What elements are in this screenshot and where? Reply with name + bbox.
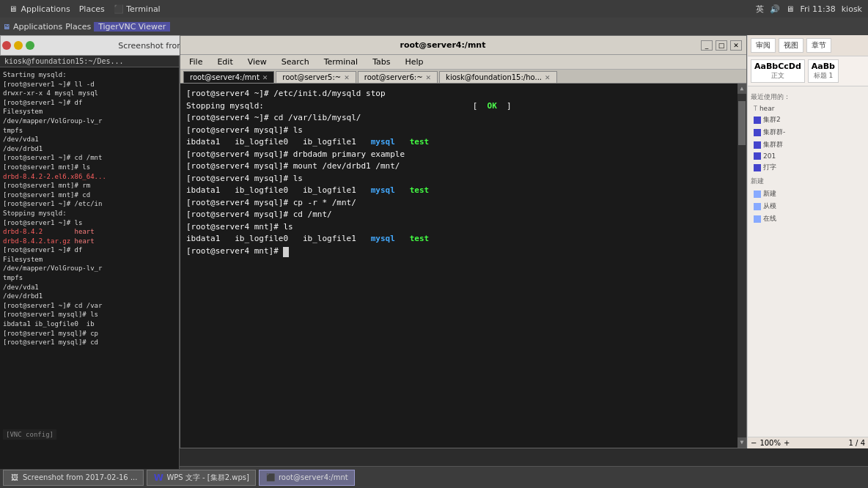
style-normal[interactable]: AaBbCcDd 正文 [751, 59, 805, 83]
scrollbar-down-btn[interactable]: ▼ [738, 437, 746, 448]
wps-item-type[interactable]: 打字 [751, 161, 865, 174]
apps-small-icon: 🖥 [3, 23, 10, 31]
lp-line-14: [root@server1 mnt]# cd [3, 191, 176, 200]
tab-server5-close[interactable]: ✕ [344, 74, 350, 81]
wps-item-cluster2[interactable]: 集群2 [751, 114, 865, 126]
left-panel-header: kiosk@foundation15:~/Des... [0, 56, 179, 67]
zoom-out-btn[interactable]: − [751, 439, 757, 447]
user-label: kiosk [842, 4, 862, 14]
wps-item-cluster[interactable]: 集群群 [751, 138, 865, 151]
terminal-scrollbar[interactable]: ▲ ▼ [738, 84, 746, 448]
taskbar-screenshot[interactable]: 🖼 Screenshot from 2017-02-16 ... [3, 470, 144, 486]
vnc-config-label: [VNC config] [3, 429, 56, 440]
tab-server4[interactable]: root@server4:/mnt ✕ [183, 71, 274, 83]
style-h1-sublabel: 标题 1 [812, 71, 835, 81]
terminal-body[interactable]: [root@server4 ~]# /etc/init.d/mysqld sto… [180, 84, 746, 448]
scrollbar-track[interactable] [738, 94, 746, 437]
left-panel: kiosk@foundation15:~/Des... Starting mys… [0, 56, 180, 469]
tab-kiosk[interactable]: kiosk@foundation15:/ho... ✕ [439, 71, 556, 83]
menu-file[interactable]: File [186, 56, 205, 67]
tab-kiosk-close[interactable]: ✕ [545, 74, 551, 81]
from-template-icon [754, 203, 761, 210]
wps-section-btn[interactable]: 章节 [806, 38, 831, 53]
term-line-2: Stopping mysqld: [ OK ] [186, 100, 740, 113]
lp-line-23: tmpfs [3, 273, 176, 283]
apps-small-label[interactable]: Applications [13, 22, 62, 32]
system-bar-left: 🖥 Applications Places ⬛ Terminal [6, 4, 163, 14]
term-line-8: [root@server4 mysql]# ls [186, 173, 740, 185]
style-heading1[interactable]: AaBb 标题 1 [808, 59, 839, 83]
term-line-6: [root@server4 mysql]# drbdadm primary ex… [186, 149, 740, 161]
term-line-5: ibdata1 ib_logfile0 ib_logfile1 mysql te… [186, 136, 740, 149]
terminal-tabs: root@server4:/mnt ✕ root@server5:~ ✕ roo… [180, 70, 746, 84]
language-indicator[interactable]: 英 [756, 4, 764, 15]
places-small-label[interactable]: Places [65, 22, 91, 32]
wps-toolbar: 审阅 视图 章节 [748, 35, 868, 56]
terminal-restore-btn[interactable]: □ [716, 40, 727, 51]
tab-server5[interactable]: root@server5:~ ✕ [276, 71, 356, 83]
style-normal-label: AaBbCcDd [754, 62, 801, 71]
lp-line-15: [root@server1 ~]# /etc/in [3, 199, 176, 209]
lp-line-9: /dev/drbd1 [3, 144, 176, 154]
tab-server4-label: root@server4:/mnt [190, 73, 260, 81]
taskbar-terminal[interactable]: ⬛ root@server4:/mnt [259, 470, 355, 486]
menu-terminal[interactable]: Terminal [321, 56, 361, 67]
term-line-9: ibdata1 ib_logfile0 ib_logfile1 mysql te… [186, 185, 740, 197]
menu-search[interactable]: Search [279, 56, 312, 67]
terminal-close-btn[interactable]: ✕ [730, 40, 742, 51]
lp-line-21: Filesystem [3, 255, 176, 265]
lp-line-8: /dev/vda1 [3, 135, 176, 144]
network-icon[interactable]: 🖥 [786, 4, 794, 14]
lp-line-18: drbd-8.4.2 heart [3, 227, 176, 237]
menu-view[interactable]: View [245, 56, 270, 67]
doc-icon-type [754, 164, 761, 171]
system-bar-right: 英 🔊 🖥 Fri 11:38 kiosk [756, 4, 862, 15]
window-maximize-btn[interactable] [26, 41, 34, 50]
terminal-window: root@server4:/mnt _ □ ✕ File Edit View S… [180, 35, 747, 448]
wps-item-cluster-dash[interactable]: 集群群- [751, 126, 865, 138]
wps-review-btn[interactable]: 审阅 [751, 38, 776, 53]
doc-icon-cluster-dash [754, 129, 761, 136]
places-menu[interactable]: Places [76, 4, 108, 14]
window-minimize-btn[interactable] [14, 41, 23, 50]
term-line-13: ibdata1 ib_logfile0 ib_logfile1 mysql te… [186, 233, 740, 245]
lp-line-3: drwxr-xr-x 4 mysql mysql [3, 89, 176, 98]
window-close-btn[interactable] [2, 41, 11, 50]
wps-item-201[interactable]: 201 [751, 151, 865, 161]
taskbar-wps-icon: W [153, 473, 163, 483]
lp-line-11: [root@server1 mnt]# ls [3, 163, 176, 172]
scrollbar-thumb[interactable] [738, 101, 746, 145]
wps-from-template[interactable]: 从模 [751, 200, 865, 212]
menu-edit[interactable]: Edit [214, 56, 235, 67]
menu-tabs[interactable]: Tabs [369, 56, 393, 67]
wps-new-blank[interactable]: 新建 [751, 188, 865, 200]
lp-line-30: [root@server1 mysql]# cd [3, 338, 176, 347]
lp-line-25: /dev/drbd1 [3, 292, 176, 301]
menu-help[interactable]: Help [402, 56, 427, 67]
tiger-vnc-label[interactable]: TigerVNC Viewer [94, 22, 170, 32]
wps-view-btn[interactable]: 视图 [779, 38, 803, 53]
lp-line-19: drbd-8.4.2.tar.gz heart [3, 237, 176, 246]
wps-new-blank-label: 新建 [763, 189, 776, 199]
terminal-label: Terminal [126, 4, 161, 14]
tab-server6-close[interactable]: ✕ [426, 74, 432, 81]
wps-item-hear[interactable]: T hear [751, 103, 865, 114]
wps-online[interactable]: 在线 [751, 212, 865, 225]
scrollbar-up-btn[interactable]: ▲ [738, 84, 746, 94]
clock: Fri 11:38 [800, 4, 835, 14]
lp-line-2: [root@server1 ~]# ll -d [3, 80, 176, 89]
terminal-app[interactable]: ⬛ Terminal [111, 4, 163, 14]
term-line-3: [root@server4 ~]# cd /var/lib/mysql/ [186, 112, 740, 125]
volume-icon[interactable]: 🔊 [770, 4, 780, 14]
terminal-minimize-btn[interactable]: _ [701, 40, 713, 51]
lp-line-28: ibdata1 ib_logfile0 ib [3, 319, 176, 329]
applications-menu[interactable]: 🖥 Applications [6, 4, 73, 14]
terminal-cursor [283, 247, 289, 257]
wps-styles: AaBbCcDd 正文 AaBb 标题 1 [748, 56, 868, 86]
tab-server4-close[interactable]: ✕ [262, 74, 268, 81]
taskbar-wps[interactable]: W WPS 文字 - [集群2.wps] [147, 470, 256, 486]
tab-server6[interactable]: root@server6:~ ✕ [358, 71, 438, 83]
hear-icon: T [754, 106, 757, 112]
doc-icon-cluster [754, 141, 761, 149]
zoom-in-btn[interactable]: + [784, 439, 790, 447]
